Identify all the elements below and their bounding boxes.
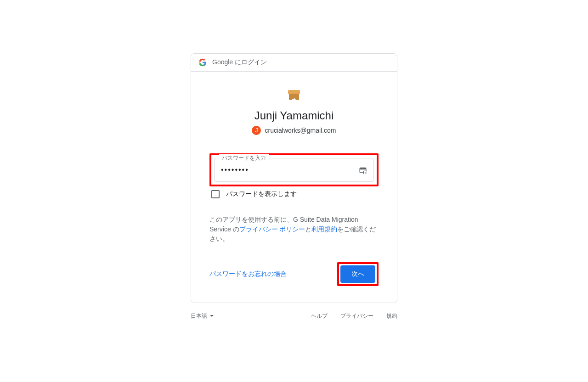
next-button[interactable]: 次へ <box>340 265 375 283</box>
language-selector[interactable]: 日本語 <box>191 312 214 320</box>
forgot-password-link[interactable]: パスワードをお忘れの場合 <box>209 270 287 278</box>
password-manager-icon[interactable]: 4 <box>359 166 367 174</box>
footer-links: ヘルプ プライバシー 規約 <box>311 312 397 320</box>
next-button-highlight: 次へ <box>337 262 379 286</box>
privacy-link[interactable]: プライバシー <box>340 312 373 320</box>
account-email: crucialworks@gmail.com <box>265 127 336 134</box>
disclaimer-and: と <box>305 225 311 233</box>
account-chip: J crucialworks@gmail.com <box>209 126 379 135</box>
terms-link[interactable]: 利用規約 <box>311 225 337 233</box>
show-password-row: パスワードを表示します <box>209 190 379 198</box>
show-password-label: パスワードを表示します <box>226 190 297 198</box>
password-field-container: パスワードを入力 4 <box>214 158 374 182</box>
privacy-policy-link[interactable]: プライバシー ポリシー <box>239 225 305 233</box>
svg-rect-1 <box>360 168 366 169</box>
card-header: Google にログイン <box>191 54 397 72</box>
caret-down-icon <box>210 315 214 317</box>
help-link[interactable]: ヘルプ <box>311 312 328 320</box>
user-name: Junji Yamamichi <box>209 109 379 122</box>
migration-service-icon <box>209 90 379 102</box>
show-password-checkbox[interactable] <box>211 190 220 198</box>
terms-footer-link[interactable]: 規約 <box>386 312 397 320</box>
google-logo-icon <box>198 58 207 67</box>
actions-row: パスワードをお忘れの場合 次へ <box>209 262 379 286</box>
avatar: J <box>252 126 261 135</box>
password-input[interactable] <box>221 166 359 174</box>
password-highlight: パスワードを入力 4 <box>209 153 379 186</box>
signin-card: Google にログイン Junji Yamamichi J crucialwo… <box>191 53 397 303</box>
password-label: パスワードを入力 <box>219 154 269 162</box>
header-login-text: Google にログイン <box>212 58 267 67</box>
disclaimer-text: このアプリを使用する前に、G Suite Data Migration Serv… <box>209 215 379 244</box>
footer: 日本語 ヘルプ プライバシー 規約 <box>191 303 397 329</box>
language-label: 日本語 <box>191 312 207 320</box>
card-body: Junji Yamamichi J crucialworks@gmail.com… <box>191 72 397 303</box>
svg-text:4: 4 <box>365 171 366 174</box>
